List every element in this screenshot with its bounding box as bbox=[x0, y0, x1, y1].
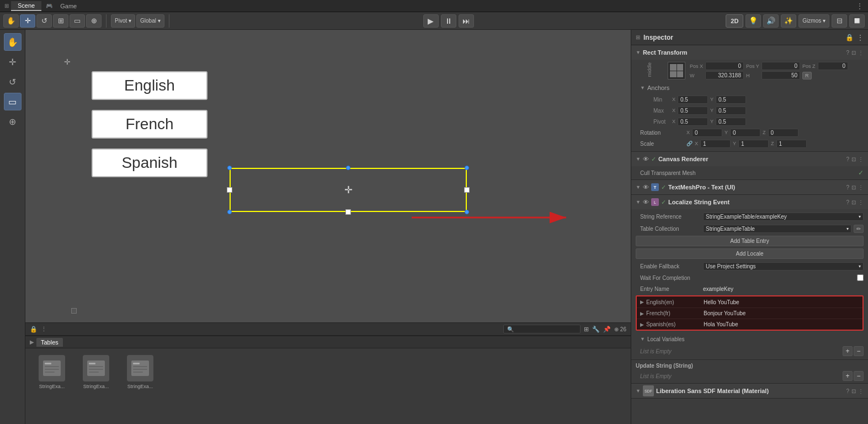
view-global[interactable]: Global ▾ bbox=[136, 14, 164, 28]
tool-hand[interactable]: ✋ bbox=[3, 14, 19, 28]
spanish-expand[interactable]: ▶ bbox=[640, 322, 644, 327]
cr-popup[interactable]: ⊡ bbox=[851, 156, 856, 162]
asset-item-2[interactable]: StringExa... bbox=[123, 355, 158, 389]
tool-hand-left[interactable]: ✋ bbox=[4, 33, 22, 51]
effects-btn[interactable]: ✨ bbox=[781, 14, 796, 28]
tool-rect[interactable]: ▭ bbox=[70, 14, 85, 28]
lib-sans-more[interactable]: ⋮ bbox=[858, 388, 864, 394]
bottom-tab-arrow[interactable]: ▶ bbox=[30, 339, 34, 345]
asset-item-1[interactable]: StringExa... bbox=[78, 355, 114, 389]
tool-transform[interactable]: ⊕ bbox=[86, 14, 102, 28]
tmp-check[interactable]: ✓ bbox=[661, 184, 666, 191]
tool-move2[interactable]: ✛ bbox=[4, 53, 22, 71]
rt-popup[interactable]: ⊡ bbox=[851, 50, 856, 56]
height-input[interactable] bbox=[762, 71, 800, 80]
ls-popup[interactable]: ⊡ bbox=[851, 199, 856, 205]
pos-y-input[interactable] bbox=[762, 62, 800, 70]
aspect-btn[interactable]: 🔲 bbox=[849, 14, 865, 28]
rot-x[interactable] bbox=[692, 129, 722, 137]
pivot-y[interactable] bbox=[716, 118, 746, 126]
french-expand[interactable]: ▶ bbox=[640, 311, 644, 316]
lib-sans-help[interactable]: ? bbox=[846, 388, 849, 394]
string-ref-value[interactable]: StringExampleTable/exampleKey ▾ bbox=[703, 213, 864, 221]
ls-header[interactable]: ▼ 👁 L ✓ Localize String Event ? ⊡ ⋮ bbox=[631, 195, 868, 209]
ls-help[interactable]: ? bbox=[846, 199, 849, 205]
anchor-min-x[interactable] bbox=[678, 96, 708, 104]
cr-more[interactable]: ⋮ bbox=[858, 156, 864, 162]
rt-more[interactable]: ⋮ bbox=[858, 50, 864, 56]
anchor-min-y[interactable] bbox=[716, 96, 746, 104]
scale-y[interactable] bbox=[738, 140, 769, 148]
step-button[interactable]: ⏭ bbox=[459, 14, 474, 28]
gizmos-btn[interactable]: Gizmos ▾ bbox=[798, 14, 829, 28]
anchor-max-y[interactable] bbox=[716, 107, 746, 115]
lighting-btn[interactable]: 💡 bbox=[745, 14, 761, 28]
tool-rotate[interactable]: ↺ bbox=[36, 14, 52, 28]
inspector-options[interactable]: ⋮ bbox=[857, 34, 864, 41]
pin-btn[interactable]: 📌 bbox=[603, 326, 611, 333]
tmp-help[interactable]: ? bbox=[846, 184, 849, 190]
ls-eye[interactable]: 👁 bbox=[643, 199, 649, 205]
scene-search-input[interactable] bbox=[503, 325, 581, 333]
us-plus-btn[interactable]: + bbox=[843, 371, 853, 381]
rot-y[interactable] bbox=[730, 129, 760, 137]
lib-sans-popup[interactable]: ⊡ bbox=[851, 388, 856, 394]
lv-plus-btn[interactable]: + bbox=[843, 346, 853, 356]
cr-eye[interactable]: 👁 bbox=[643, 156, 649, 162]
us-minus-btn[interactable]: − bbox=[854, 371, 864, 381]
ls-check[interactable]: ✓ bbox=[661, 199, 666, 206]
rect-transform-header[interactable]: ▼ Rect Transform ? ⊡ ⋮ bbox=[631, 45, 868, 60]
english-expand[interactable]: ▶ bbox=[640, 299, 644, 305]
tool-move[interactable]: ✛ bbox=[20, 14, 35, 28]
rt-collapse-icon: ▼ bbox=[636, 50, 641, 55]
pivot-x[interactable] bbox=[678, 118, 708, 126]
play-button[interactable]: ▶ bbox=[423, 14, 439, 28]
anchors-collapse[interactable]: ▼ bbox=[640, 85, 645, 91]
width-input[interactable] bbox=[705, 71, 744, 80]
table-edit-btn[interactable]: ✏ bbox=[854, 225, 864, 233]
anchor-max-x[interactable] bbox=[678, 107, 708, 115]
wait-checkbox[interactable] bbox=[857, 274, 864, 281]
cr-help[interactable]: ? bbox=[846, 156, 849, 162]
rt-anchor-icon[interactable] bbox=[668, 62, 685, 80]
pos-z-input[interactable] bbox=[818, 62, 848, 70]
add-table-entry-btn[interactable]: Add Table Entry bbox=[636, 236, 864, 246]
scale-x[interactable] bbox=[700, 140, 731, 148]
local-variables-header[interactable]: ▼ Local Variables bbox=[631, 333, 868, 345]
lv-minus-btn[interactable]: − bbox=[854, 346, 864, 356]
view-2d[interactable]: 2D bbox=[726, 14, 743, 28]
tool-scale[interactable]: ⊞ bbox=[53, 14, 68, 28]
tab-game[interactable]: Game bbox=[54, 2, 83, 10]
view-pivot[interactable]: Pivot ▾ bbox=[111, 14, 135, 28]
inspector-lock[interactable]: 🔒 bbox=[845, 34, 854, 41]
rt-help[interactable]: ? bbox=[846, 50, 849, 56]
bottom-tab-tables[interactable]: Tables bbox=[36, 338, 63, 347]
rot-z[interactable] bbox=[768, 129, 798, 137]
table-collection-dropdown[interactable]: StringExampleTable ▾ bbox=[703, 225, 851, 233]
audio-btn[interactable]: 🔊 bbox=[763, 14, 779, 28]
tab-options[interactable]: ⋮ bbox=[856, 2, 864, 10]
vfx-btn[interactable]: 🔧 bbox=[592, 326, 600, 333]
tmp-header[interactable]: ▼ 👁 T ✓ TextMeshPro - Text (UI) ? ⊡ ⋮ bbox=[631, 180, 868, 194]
r-button[interactable]: R bbox=[802, 72, 812, 80]
tmp-more[interactable]: ⋮ bbox=[858, 184, 864, 190]
tool-rotate2[interactable]: ↺ bbox=[4, 73, 22, 91]
asset-item-0[interactable]: StringExa... bbox=[34, 355, 70, 389]
snap-btn[interactable]: ⊞ bbox=[584, 326, 589, 333]
lib-sans-header[interactable]: ▼ SDF Liberation Sans SDF Material (Mate… bbox=[631, 384, 868, 398]
pause-button[interactable]: ⏸ bbox=[441, 14, 456, 28]
add-locale-btn[interactable]: Add Locale bbox=[636, 248, 864, 259]
layers-btn[interactable]: ⊟ bbox=[832, 14, 847, 28]
cull-check[interactable]: ✓ bbox=[858, 169, 864, 177]
enable-fallback-dropdown[interactable]: Use Project Settings ▾ bbox=[703, 262, 864, 271]
cr-check[interactable]: ✓ bbox=[651, 156, 656, 163]
ls-more[interactable]: ⋮ bbox=[858, 199, 864, 205]
tmp-popup[interactable]: ⊡ bbox=[851, 184, 856, 190]
pos-x-input[interactable] bbox=[705, 62, 744, 70]
tool-transform2[interactable]: ⊕ bbox=[4, 113, 22, 130]
tmp-eye[interactable]: 👁 bbox=[643, 184, 649, 190]
tab-scene[interactable]: Scene bbox=[11, 1, 41, 11]
tool-rect2[interactable]: ▭ bbox=[4, 93, 22, 110]
scale-z[interactable] bbox=[776, 140, 807, 148]
canvas-renderer-header[interactable]: ▼ 👁 ✓ Canvas Renderer ? ⊡ ⋮ bbox=[631, 152, 868, 166]
